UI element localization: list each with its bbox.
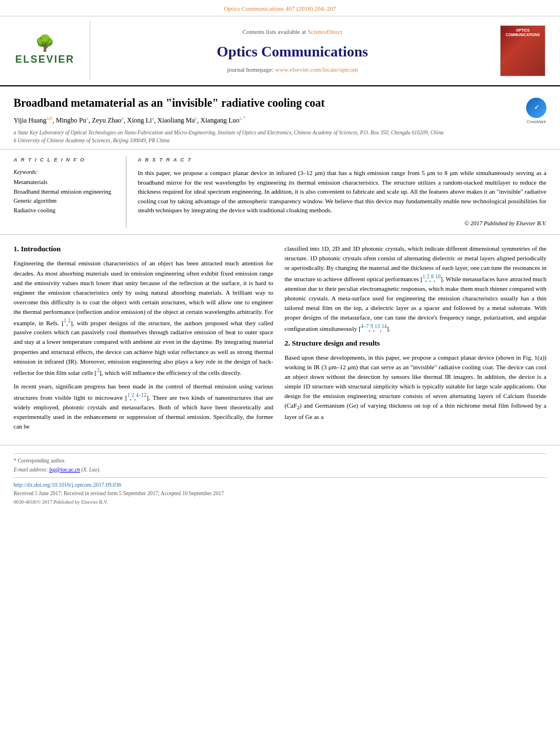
ref-8[interactable]: 8 [431, 274, 434, 279]
footer-separator [14, 453, 546, 454]
publisher-logo-area: 🌳 ELSEVIER [0, 21, 90, 81]
elsevier-text: ELSEVIER [15, 53, 75, 67]
journal-header-center: Contents lists available at ScienceDirec… [90, 21, 495, 81]
right-column: classified into 1D, 2D and 3D photonic c… [285, 244, 546, 436]
keyword-3: Genetic algorithm [14, 197, 117, 206]
copyright-line: © 2017 Published by Elsevier B.V. [138, 220, 546, 228]
crossmark-label: CrossMark [526, 119, 546, 125]
keyword-4: Radiative cooling [14, 207, 117, 215]
keyword-1: Metamaterials [14, 178, 117, 187]
ref-2[interactable]: 2 [68, 318, 71, 324]
footer-section: * Corresponding author. E-mail address: … [0, 445, 560, 510]
author-4-sup: a [152, 115, 154, 121]
section-1-para-1: Engineering the thermal emission charact… [14, 259, 273, 377]
keyword-2: Broadband thermal emission engineering [14, 188, 117, 196]
corresponding-note: * Corresponding author. [14, 457, 546, 465]
affiliation-a: a State Key Laboratory of Optical Techno… [14, 129, 519, 137]
ref-4[interactable]: 4–12 [135, 392, 146, 398]
ref-1c[interactable]: 1 [423, 274, 426, 279]
journal-cover-area: OPTICS COMMUNICATIONS [495, 21, 551, 81]
author-3: Zeyu Zhao [92, 116, 121, 124]
ref-1b[interactable]: 1 [127, 392, 130, 398]
journal-title: Optics Communications [217, 42, 368, 62]
homepage-link[interactable]: www.elsevier.com/locate/optcom [275, 66, 358, 73]
journal-ref-link[interactable]: Optics Communications 407 (2018) 204–207 [224, 5, 336, 12]
top-bar: Optics Communications 407 (2018) 204–207 [0, 0, 560, 16]
crossmark-badge[interactable]: ✓ [526, 98, 546, 118]
section-1-para-2: In recent years, significant progress ha… [14, 382, 273, 431]
doi-link[interactable]: http://dx.doi.org/10.1016/j.optcom.2017.… [14, 482, 121, 488]
received-line: Received 5 June 2017; Received in revise… [14, 490, 546, 497]
contents-list-text: Contents lists available at ScienceDirec… [242, 28, 342, 36]
sciencedirect-link[interactable]: ScienceDirect [308, 28, 343, 35]
footer-separator-2 [14, 477, 546, 478]
issn-line: 0030-4018/© 2017 Published by Elsevier B… [14, 499, 546, 506]
journal-homepage: journal homepage: www.elsevier.com/locat… [227, 65, 357, 74]
section-1-para-right: classified into 1D, 2D and 3D photonic c… [285, 244, 546, 334]
article-main-title: Broadband metamaterial as an "invisible"… [14, 95, 519, 110]
ref-10[interactable]: 10 [435, 274, 441, 279]
author-5: Xiaoliang Ma [158, 116, 195, 124]
author-6-sup: a,* [239, 115, 246, 121]
cover-title: OPTICS COMMUNICATIONS [503, 28, 542, 37]
main-content: 1. Introduction Engineering the thermal … [0, 235, 560, 445]
author-6: Xiangang Luo [200, 116, 239, 124]
email-line: E-mail address: lxg@ioe.ac.cn (X. Luo). [14, 466, 546, 474]
email-link[interactable]: lxg@ioe.ac.cn [49, 467, 80, 473]
affiliations: a State Key Laboratory of Optical Techno… [14, 129, 519, 145]
ref-9[interactable]: 9 [370, 324, 373, 329]
tree-icon: 🌳 [35, 36, 55, 51]
affiliation-b: b University of Chinese Academy of Scien… [14, 137, 519, 145]
keywords-label: Keywords: [14, 168, 117, 176]
article-title-section: Broadband metamaterial as an "invisible"… [0, 86, 560, 150]
abstract-text: In this paper, we propose a compact plan… [138, 168, 546, 215]
ref-13[interactable]: 13 [375, 324, 380, 329]
author-1: Yijia Huang [14, 116, 46, 124]
author-1-sup: a,b [46, 115, 53, 121]
section-2-heading: 2. Structure design and results [285, 338, 546, 348]
author-3-sup: a [121, 115, 124, 121]
author-4: Xiong Li [127, 116, 152, 124]
author-2: Mingbo Pu [56, 116, 86, 124]
ref-2c[interactable]: 2 [427, 274, 430, 279]
section-1-heading: 1. Introduction [14, 244, 273, 254]
left-column: 1. Introduction Engineering the thermal … [14, 244, 273, 436]
section-2-para-1: Based upon these developments, in this p… [285, 353, 546, 422]
doi-line: http://dx.doi.org/10.1016/j.optcom.2017.… [14, 481, 546, 489]
journal-cover: OPTICS COMMUNICATIONS [500, 25, 545, 76]
ref-2b[interactable]: 2 [132, 392, 134, 398]
authors-line: Yijia Huanga,b, Mingbo Pua, Zeyu Zhaoa, … [14, 115, 519, 125]
ref-3[interactable]: 3 [97, 368, 99, 373]
header-section: 🌳 ELSEVIER Contents lists available at S… [0, 16, 560, 86]
abstract-heading: A B S T R A C T [138, 156, 546, 164]
article-info-heading: A R T I C L E I N F O [14, 156, 117, 164]
elsevier-logo: 🌳 ELSEVIER [15, 36, 75, 67]
author-2-sup: a [86, 115, 89, 121]
author-5-sup: a [195, 115, 197, 121]
article-info-col: A R T I C L E I N F O Keywords: Metamate… [14, 156, 126, 228]
abstract-col: A B S T R A C T In this paper, we propos… [126, 156, 546, 228]
ref-1[interactable]: 1 [64, 318, 67, 324]
page-wrapper: Optics Communications 407 (2018) 204–207… [0, 0, 560, 510]
article-meta-section: A R T I C L E I N F O Keywords: Metamate… [0, 150, 560, 235]
ref-4b[interactable]: 4–7 [361, 324, 369, 329]
ref-14[interactable]: 14 [382, 324, 387, 329]
